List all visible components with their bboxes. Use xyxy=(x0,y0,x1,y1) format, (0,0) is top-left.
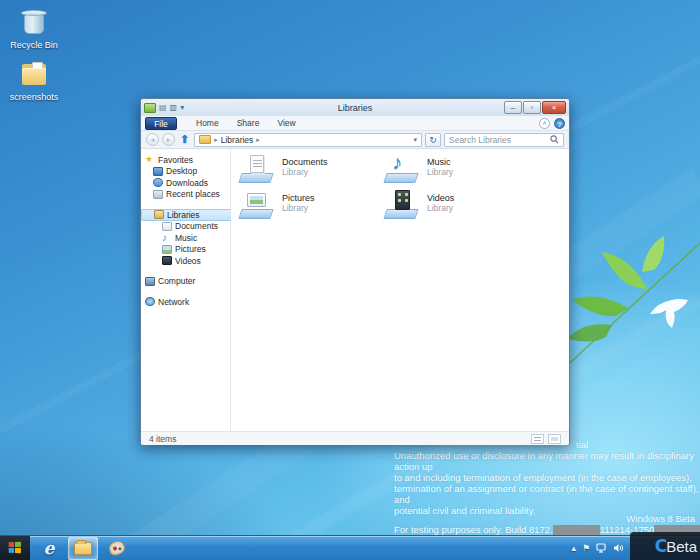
pcbeta-watermark-logo: C Beta xyxy=(630,532,700,560)
minimize-button[interactable]: – xyxy=(504,101,522,114)
address-field[interactable]: ▸ Libraries ▸ ▾ xyxy=(194,133,422,147)
crumb-separator: ▸ xyxy=(214,136,218,144)
computer-icon xyxy=(145,277,155,286)
nav-music[interactable]: ♪ Music xyxy=(145,232,230,244)
media-app-icon xyxy=(107,539,126,557)
internet-explorer-icon: e xyxy=(44,538,55,558)
nav-videos[interactable]: Videos xyxy=(145,255,230,267)
up-button[interactable]: ⬆ xyxy=(178,133,191,146)
nav-network[interactable]: Network xyxy=(145,296,230,308)
nav-desktop[interactable]: Desktop xyxy=(145,166,230,178)
videos-icon xyxy=(162,256,172,265)
videos-library-icon xyxy=(384,190,420,220)
file-list: Documents Library ♪ Music Library xyxy=(231,149,569,431)
pcbeta-logo-icon: C xyxy=(655,536,665,556)
pcbeta-logo-text: Beta xyxy=(666,538,697,555)
breadcrumb-libraries[interactable]: Libraries xyxy=(221,135,254,145)
library-tile-documents[interactable]: Documents Library xyxy=(239,154,384,188)
network-icon xyxy=(145,297,155,306)
watermark-confidential-fragment: tial xyxy=(576,439,588,450)
search-placeholder: Search Libraries xyxy=(449,135,547,145)
start-button[interactable] xyxy=(0,536,30,560)
watermark-edition: Windows 8 Beta xyxy=(626,513,695,524)
search-input[interactable]: Search Libraries xyxy=(444,133,564,147)
close-button[interactable]: × xyxy=(542,101,566,114)
recent-places-icon xyxy=(153,190,163,199)
nav-documents[interactable]: Documents xyxy=(145,221,230,233)
desktop: Recycle Bin screenshots tial Unauthorize… xyxy=(0,0,700,560)
pictures-library-icon xyxy=(239,190,275,220)
taskbar: e ▴ ⚑ xyxy=(0,535,700,560)
details-view-button[interactable] xyxy=(531,434,544,444)
tab-home[interactable]: Home xyxy=(196,118,219,128)
library-tile-videos[interactable]: Videos Library xyxy=(384,190,529,224)
tab-view[interactable]: View xyxy=(277,118,295,128)
forward-button[interactable]: ▸ xyxy=(162,133,175,146)
desktop-icon-recycle-bin[interactable]: Recycle Bin xyxy=(2,6,66,50)
navigation-pane: ★ Favorites Desktop Downloads Recent pla… xyxy=(141,149,231,431)
address-bar-row: ◂ ▸ ⬆ ▸ Libraries ▸ ▾ ↻ Search Libraries xyxy=(141,131,569,149)
address-dropdown-icon[interactable]: ▾ xyxy=(413,136,417,144)
documents-icon xyxy=(162,222,172,231)
network-icon[interactable] xyxy=(596,543,607,553)
file-explorer-icon xyxy=(74,542,92,555)
nav-computer[interactable]: Computer xyxy=(145,276,230,288)
tab-file[interactable]: File xyxy=(145,117,177,130)
desktop-icon xyxy=(153,167,163,176)
maximize-button[interactable]: ▫ xyxy=(523,101,541,114)
search-icon xyxy=(550,135,559,144)
windows-logo-icon xyxy=(9,542,22,555)
star-icon: ★ xyxy=(145,155,155,164)
show-hidden-icons-icon[interactable]: ▴ xyxy=(571,543,576,553)
refresh-button[interactable]: ↻ xyxy=(425,133,441,147)
nav-libraries[interactable]: Libraries xyxy=(141,209,231,221)
tab-share[interactable]: Share xyxy=(237,118,260,128)
ribbon-tab-row: File Home Share View ˄ ? xyxy=(141,116,569,131)
nav-downloads[interactable]: Downloads xyxy=(145,177,230,189)
help-icon[interactable]: ? xyxy=(554,118,565,129)
documents-library-icon xyxy=(239,154,275,184)
breadcrumb-folder-icon xyxy=(199,135,211,144)
nav-favorites[interactable]: ★ Favorites xyxy=(145,154,230,166)
libraries-icon xyxy=(154,210,164,219)
music-library-icon: ♪ xyxy=(384,154,420,184)
item-count: 4 items xyxy=(149,434,176,444)
back-button[interactable]: ◂ xyxy=(146,133,159,146)
status-bar: 4 items xyxy=(141,431,569,445)
recycle-bin-icon xyxy=(17,6,51,38)
title-bar[interactable]: ▤ ▥ ▾ Libraries – ▫ × xyxy=(141,99,569,116)
watermark-block: Unauthorized use or disclosure in any ma… xyxy=(394,450,700,516)
folder-icon xyxy=(17,58,51,90)
taskbar-ie-button[interactable]: e xyxy=(34,537,64,560)
desktop-icon-label: screenshots xyxy=(2,92,66,102)
pictures-icon xyxy=(162,245,172,254)
desktop-icon-label: Recycle Bin xyxy=(2,40,66,50)
action-center-flag-icon[interactable]: ⚑ xyxy=(582,543,590,553)
downloads-icon xyxy=(153,178,163,187)
library-tile-music[interactable]: ♪ Music Library xyxy=(384,154,529,188)
thumbnail-view-button[interactable] xyxy=(548,434,561,444)
nav-recent-places[interactable]: Recent places xyxy=(145,189,230,201)
music-icon: ♪ xyxy=(162,233,172,242)
nav-pictures[interactable]: Pictures xyxy=(145,244,230,256)
ribbon-collapse-icon[interactable]: ˄ xyxy=(539,118,550,129)
library-tile-pictures[interactable]: Pictures Library xyxy=(239,190,384,224)
explorer-window: ▤ ▥ ▾ Libraries – ▫ × File Home Share Vi… xyxy=(140,98,570,445)
crumb-separator: ▸ xyxy=(256,136,260,144)
taskbar-explorer-button[interactable] xyxy=(68,537,98,560)
taskbar-media-button[interactable] xyxy=(102,537,132,560)
desktop-icon-screenshots[interactable]: screenshots xyxy=(2,58,66,102)
volume-icon[interactable] xyxy=(613,543,624,553)
